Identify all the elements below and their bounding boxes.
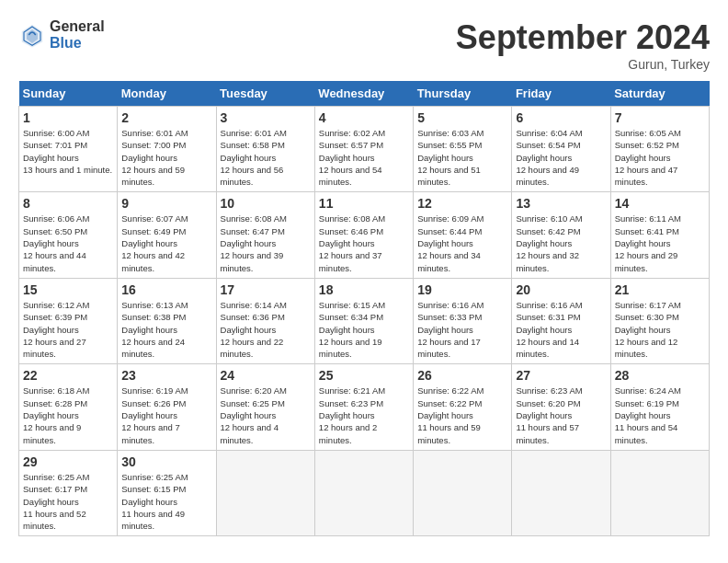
day-number: 19: [417, 282, 507, 297]
day-info: Sunrise: 6:23 AM Sunset: 6:20 PM Dayligh…: [516, 385, 606, 445]
calendar-cell: [610, 450, 709, 535]
day-info: Sunrise: 6:02 AM Sunset: 6:57 PM Dayligh…: [319, 127, 409, 188]
day-info: Sunrise: 6:03 AM Sunset: 6:55 PM Dayligh…: [417, 127, 507, 188]
day-info: Sunrise: 6:17 AM Sunset: 6:30 PM Dayligh…: [615, 299, 705, 360]
calendar-week-row: 22 Sunrise: 6:18 AM Sunset: 6:28 PM Dayl…: [19, 364, 710, 450]
day-number: 30: [121, 454, 211, 469]
calendar-cell: 13 Sunrise: 6:10 AM Sunset: 6:42 PM Dayl…: [512, 192, 610, 278]
day-number: 28: [615, 368, 705, 383]
day-number: 29: [23, 454, 113, 469]
calendar-cell: [314, 450, 413, 535]
calendar-cell: 9 Sunrise: 6:07 AM Sunset: 6:49 PM Dayli…: [118, 192, 216, 278]
day-number: 7: [615, 110, 705, 125]
calendar-cell: 12 Sunrise: 6:09 AM Sunset: 6:44 PM Dayl…: [414, 192, 512, 278]
logo-icon: [18, 21, 46, 49]
day-number: 14: [615, 196, 705, 211]
calendar-cell: 17 Sunrise: 6:14 AM Sunset: 6:36 PM Dayl…: [216, 278, 314, 363]
calendar-cell: [216, 450, 314, 535]
calendar-cell: 29 Sunrise: 6:25 AM Sunset: 6:17 PM Dayl…: [19, 450, 118, 535]
day-number: 21: [615, 282, 705, 297]
calendar-cell: 28 Sunrise: 6:24 AM Sunset: 6:19 PM Dayl…: [610, 364, 709, 450]
day-info: Sunrise: 6:10 AM Sunset: 6:42 PM Dayligh…: [516, 213, 606, 273]
day-info: Sunrise: 6:00 AM Sunset: 7:01 PM Dayligh…: [23, 127, 113, 176]
calendar-cell: 3 Sunrise: 6:01 AM Sunset: 6:58 PM Dayli…: [216, 107, 314, 192]
day-number: 11: [319, 196, 409, 211]
day-info: Sunrise: 6:12 AM Sunset: 6:39 PM Dayligh…: [23, 299, 113, 360]
day-number: 13: [516, 196, 606, 211]
day-number: 9: [121, 196, 211, 211]
calendar-week-row: 1 Sunrise: 6:00 AM Sunset: 7:01 PM Dayli…: [19, 107, 710, 192]
day-number: 3: [221, 110, 311, 125]
day-number: 24: [221, 368, 311, 383]
day-info: Sunrise: 6:16 AM Sunset: 6:31 PM Dayligh…: [516, 299, 606, 360]
calendar-cell: 22 Sunrise: 6:18 AM Sunset: 6:28 PM Dayl…: [19, 364, 118, 450]
day-number: 27: [516, 368, 606, 383]
page-header: General Blue September 2024 Gurun, Turke…: [18, 18, 710, 72]
calendar-cell: 11 Sunrise: 6:08 AM Sunset: 6:46 PM Dayl…: [314, 192, 413, 278]
day-info: Sunrise: 6:25 AM Sunset: 6:17 PM Dayligh…: [23, 471, 113, 532]
day-info: Sunrise: 6:20 AM Sunset: 6:25 PM Dayligh…: [221, 385, 311, 445]
day-number: 1: [23, 110, 113, 125]
day-info: Sunrise: 6:24 AM Sunset: 6:19 PM Dayligh…: [615, 385, 705, 445]
day-info: Sunrise: 6:01 AM Sunset: 7:00 PM Dayligh…: [121, 127, 211, 188]
day-info: Sunrise: 6:08 AM Sunset: 6:46 PM Dayligh…: [319, 213, 409, 273]
day-info: Sunrise: 6:19 AM Sunset: 6:26 PM Dayligh…: [121, 385, 211, 445]
calendar-cell: 14 Sunrise: 6:11 AM Sunset: 6:41 PM Dayl…: [610, 192, 709, 278]
day-number: 26: [417, 368, 507, 383]
calendar-cell: 24 Sunrise: 6:20 AM Sunset: 6:25 PM Dayl…: [216, 364, 314, 450]
day-info: Sunrise: 6:14 AM Sunset: 6:36 PM Dayligh…: [221, 299, 311, 360]
calendar-cell: [414, 450, 512, 535]
calendar-week-row: 29 Sunrise: 6:25 AM Sunset: 6:17 PM Dayl…: [19, 450, 710, 535]
day-number: 5: [417, 110, 507, 125]
day-info: Sunrise: 6:06 AM Sunset: 6:50 PM Dayligh…: [23, 213, 113, 273]
day-header: Tuesday: [216, 81, 314, 107]
location: Gurun, Turkey: [456, 57, 710, 72]
calendar-cell: 20 Sunrise: 6:16 AM Sunset: 6:31 PM Dayl…: [512, 278, 610, 363]
logo-blue: Blue: [50, 35, 105, 52]
calendar-header-row: SundayMondayTuesdayWednesdayThursdayFrid…: [19, 81, 710, 107]
day-number: 16: [121, 282, 211, 297]
day-header: Monday: [118, 81, 216, 107]
day-header: Saturday: [610, 81, 709, 107]
day-info: Sunrise: 6:01 AM Sunset: 6:58 PM Dayligh…: [221, 127, 311, 188]
day-number: 2: [121, 110, 211, 125]
calendar-cell: 23 Sunrise: 6:19 AM Sunset: 6:26 PM Dayl…: [118, 364, 216, 450]
calendar-cell: 25 Sunrise: 6:21 AM Sunset: 6:23 PM Dayl…: [314, 364, 413, 450]
day-number: 4: [319, 110, 409, 125]
calendar-cell: 26 Sunrise: 6:22 AM Sunset: 6:22 PM Dayl…: [414, 364, 512, 450]
day-header: Wednesday: [314, 81, 413, 107]
calendar-table: SundayMondayTuesdayWednesdayThursdayFrid…: [18, 81, 710, 536]
day-info: Sunrise: 6:09 AM Sunset: 6:44 PM Dayligh…: [417, 213, 507, 273]
calendar-cell: 7 Sunrise: 6:05 AM Sunset: 6:52 PM Dayli…: [610, 107, 709, 192]
calendar-cell: 8 Sunrise: 6:06 AM Sunset: 6:50 PM Dayli…: [19, 192, 118, 278]
day-info: Sunrise: 6:13 AM Sunset: 6:38 PM Dayligh…: [121, 299, 211, 360]
day-number: 17: [221, 282, 311, 297]
day-header: Thursday: [414, 81, 512, 107]
day-info: Sunrise: 6:11 AM Sunset: 6:41 PM Dayligh…: [615, 213, 705, 273]
day-info: Sunrise: 6:21 AM Sunset: 6:23 PM Dayligh…: [319, 385, 409, 445]
calendar-cell: 16 Sunrise: 6:13 AM Sunset: 6:38 PM Dayl…: [118, 278, 216, 363]
day-info: Sunrise: 6:08 AM Sunset: 6:47 PM Dayligh…: [221, 213, 311, 273]
calendar-cell: 30 Sunrise: 6:25 AM Sunset: 6:15 PM Dayl…: [118, 450, 216, 535]
day-number: 23: [121, 368, 211, 383]
day-header: Sunday: [19, 81, 118, 107]
calendar-week-row: 8 Sunrise: 6:06 AM Sunset: 6:50 PM Dayli…: [19, 192, 710, 278]
calendar-body: 1 Sunrise: 6:00 AM Sunset: 7:01 PM Dayli…: [19, 107, 710, 536]
title-block: September 2024 Gurun, Turkey: [456, 18, 710, 72]
calendar-week-row: 15 Sunrise: 6:12 AM Sunset: 6:39 PM Dayl…: [19, 278, 710, 363]
calendar-cell: 15 Sunrise: 6:12 AM Sunset: 6:39 PM Dayl…: [19, 278, 118, 363]
calendar-cell: 6 Sunrise: 6:04 AM Sunset: 6:54 PM Dayli…: [512, 107, 610, 192]
day-header: Friday: [512, 81, 610, 107]
calendar-cell: 21 Sunrise: 6:17 AM Sunset: 6:30 PM Dayl…: [610, 278, 709, 363]
day-number: 15: [23, 282, 113, 297]
day-info: Sunrise: 6:05 AM Sunset: 6:52 PM Dayligh…: [615, 127, 705, 188]
calendar-cell: 18 Sunrise: 6:15 AM Sunset: 6:34 PM Dayl…: [314, 278, 413, 363]
calendar-cell: [512, 450, 610, 535]
day-number: 20: [516, 282, 606, 297]
day-number: 8: [23, 196, 113, 211]
calendar-cell: 2 Sunrise: 6:01 AM Sunset: 7:00 PM Dayli…: [118, 107, 216, 192]
calendar-cell: 5 Sunrise: 6:03 AM Sunset: 6:55 PM Dayli…: [414, 107, 512, 192]
day-info: Sunrise: 6:22 AM Sunset: 6:22 PM Dayligh…: [417, 385, 507, 445]
day-info: Sunrise: 6:04 AM Sunset: 6:54 PM Dayligh…: [516, 127, 606, 188]
day-number: 12: [417, 196, 507, 211]
